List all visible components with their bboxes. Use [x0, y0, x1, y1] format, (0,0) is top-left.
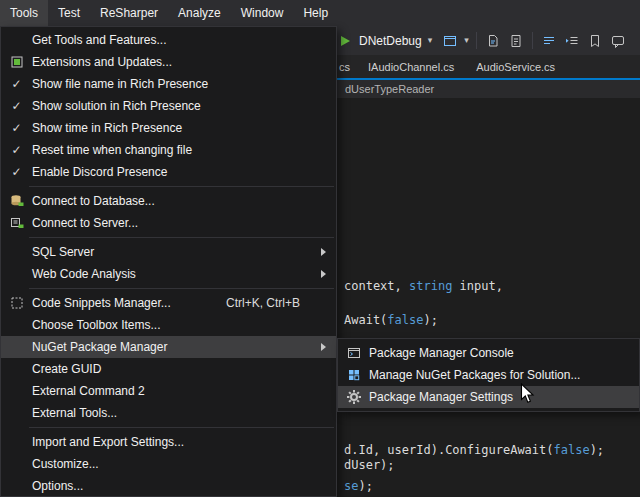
tab-label: cs — [339, 61, 350, 73]
comment-icon[interactable] — [609, 32, 627, 50]
code-line: d.Id, userId).ConfigureAwait(false); — [344, 443, 604, 457]
menu-item-choose-toolbox-items[interactable]: Choose Toolbox Items... — [1, 314, 336, 336]
indent-icon[interactable] — [563, 32, 581, 50]
menubar-item-test[interactable]: Test — [48, 0, 90, 26]
menu-item-label: Show file name in Rich Presence — [32, 77, 208, 91]
menu-item-code-snippets-manager[interactable]: Code Snippets Manager... Ctrl+K, Ctrl+B — [1, 292, 336, 314]
submenu-arrow-icon — [321, 343, 326, 351]
menu-item-options[interactable]: Options... — [1, 475, 336, 497]
menu-item-label: Connect to Server... — [32, 216, 138, 230]
menu-separator — [29, 427, 334, 428]
menu-item-label: Choose Toolbox Items... — [32, 318, 161, 332]
menubar-item-help[interactable]: Help — [293, 0, 338, 26]
chevron-down-icon: ▾ — [428, 36, 433, 45]
menu-item-label: Enable Discord Presence — [32, 165, 167, 179]
menubar-item-label: Help — [303, 6, 328, 20]
chevron-down-icon[interactable]: ▾ — [464, 36, 469, 45]
menu-item-enable-discord-presence[interactable]: ✓ Enable Discord Presence — [1, 161, 336, 183]
editor-navigation-bar: dUserTypeReader — [337, 80, 640, 98]
menu-item-web-code-analysis[interactable]: Web Code Analysis — [1, 263, 336, 285]
tab-label: IAudioChannel.cs — [368, 61, 454, 73]
tools-menu: Get Tools and Features... Extensions and… — [0, 26, 337, 497]
menu-item-label: Get Tools and Features... — [32, 33, 167, 47]
code-line: dUser); — [344, 458, 395, 472]
mouse-cursor — [520, 383, 535, 405]
toolbar-separator — [532, 32, 533, 49]
menubar-item-label: Tools — [10, 6, 38, 20]
check-icon: ✓ — [11, 100, 21, 112]
menu-item-label: Package Manager Settings — [369, 390, 513, 404]
menu-item-create-guid[interactable]: Create GUID — [1, 358, 336, 380]
menu-item-sql-server[interactable]: SQL Server — [1, 241, 336, 263]
submenu-arrow-icon — [321, 248, 326, 256]
menu-item-show-time-rich-presence[interactable]: ✓ Show time in Rich Presence — [1, 117, 336, 139]
check-icon: ✓ — [11, 166, 21, 178]
menu-item-reset-time-when-changing-file[interactable]: ✓ Reset time when changing file — [1, 139, 336, 161]
menu-item-connect-to-server[interactable]: Connect to Server... — [1, 212, 336, 234]
menu-item-label: Show time in Rich Presence — [32, 121, 182, 135]
code-line: Await(false); — [344, 313, 438, 327]
tab-iaudiochannel[interactable]: IAudioChannel.cs — [357, 55, 465, 78]
toolbar-separator — [476, 32, 477, 49]
menu-item-import-export-settings[interactable]: Import and Export Settings... — [1, 431, 336, 453]
menubar-item-tools[interactable]: Tools — [0, 0, 48, 26]
check-icon: ✓ — [11, 122, 21, 134]
code-editor[interactable]: context, string input, Await(false); d.I… — [337, 98, 640, 497]
tab-partial[interactable]: cs — [337, 55, 357, 78]
nuget-submenu: Package Manager Console Manage NuGet Pac… — [337, 338, 640, 412]
menubar-item-resharper[interactable]: ReSharper — [90, 0, 168, 26]
menu-item-show-file-name-rich-presence[interactable]: ✓ Show file name in Rich Presence — [1, 73, 336, 95]
menu-item-label: Create GUID — [32, 362, 101, 376]
menu-item-nuget-package-manager[interactable]: NuGet Package Manager — [1, 336, 336, 358]
snippets-icon — [10, 296, 24, 310]
menubar-item-label: Test — [58, 6, 80, 20]
menu-item-external-command-2[interactable]: External Command 2 — [1, 380, 336, 402]
gear-icon — [347, 390, 361, 404]
menu-item-label: Manage NuGet Packages for Solution... — [369, 368, 580, 382]
submenu-arrow-icon — [321, 270, 326, 278]
packages-icon — [347, 368, 361, 382]
menu-item-label: Options... — [32, 479, 83, 493]
code-line: context, string input, — [344, 279, 503, 293]
tab-audioservice[interactable]: AudioService.cs — [465, 55, 566, 78]
document-arrow-icon[interactable] — [484, 32, 502, 50]
menu-item-label: NuGet Package Manager — [32, 340, 167, 354]
check-icon: ✓ — [11, 144, 21, 156]
list-icon[interactable] — [540, 32, 558, 50]
menu-item-external-tools[interactable]: External Tools... — [1, 402, 336, 424]
extensions-icon — [10, 55, 24, 69]
tab-bar: cs IAudioChannel.cs AudioService.cs — [337, 55, 640, 78]
tab-label: AudioService.cs — [476, 61, 555, 73]
bookmark-icon[interactable] — [586, 32, 604, 50]
submenu-item-manage-nuget-packages-for-solution[interactable]: Manage NuGet Packages for Solution... — [338, 364, 639, 386]
menu-item-show-solution-rich-presence[interactable]: ✓ Show solution in Rich Presence — [1, 95, 336, 117]
menu-item-customize[interactable]: Customize... — [1, 453, 336, 475]
menu-item-label: Connect to Database... — [32, 194, 155, 208]
menu-separator — [29, 288, 334, 289]
menu-item-connect-to-database[interactable]: Connect to Database... — [1, 190, 336, 212]
submenu-item-package-manager-settings[interactable]: Package Manager Settings — [338, 386, 639, 408]
menu-item-label: Web Code Analysis — [32, 267, 136, 281]
play-icon[interactable] — [341, 36, 350, 46]
menu-item-label: Package Manager Console — [369, 346, 514, 360]
server-icon — [10, 216, 24, 230]
menubar-item-label: Window — [241, 6, 284, 20]
navbar-member-dropdown[interactable]: dUserTypeReader — [337, 83, 434, 95]
database-icon — [10, 194, 24, 208]
debug-target-dropdown[interactable]: DNetDebug ▾ — [355, 32, 436, 50]
document-icon[interactable] — [507, 32, 525, 50]
menu-item-extensions-and-updates[interactable]: Extensions and Updates... — [1, 51, 336, 73]
menu-item-label: External Tools... — [32, 406, 117, 420]
menu-item-label: Reset time when changing file — [32, 143, 192, 157]
submenu-item-package-manager-console[interactable]: Package Manager Console — [338, 342, 639, 364]
menubar-item-window[interactable]: Window — [231, 0, 294, 26]
menubar-item-label: ReSharper — [100, 6, 158, 20]
check-icon: ✓ — [11, 78, 21, 90]
menu-item-shortcut: Ctrl+K, Ctrl+B — [226, 296, 300, 310]
menu-item-label: Customize... — [32, 457, 99, 471]
windows-icon[interactable] — [441, 32, 459, 50]
menubar-item-analyze[interactable]: Analyze — [168, 0, 231, 26]
menubar-item-label: Analyze — [178, 6, 221, 20]
menu-item-label: SQL Server — [32, 245, 94, 259]
menu-item-get-tools-and-features[interactable]: Get Tools and Features... — [1, 29, 336, 51]
